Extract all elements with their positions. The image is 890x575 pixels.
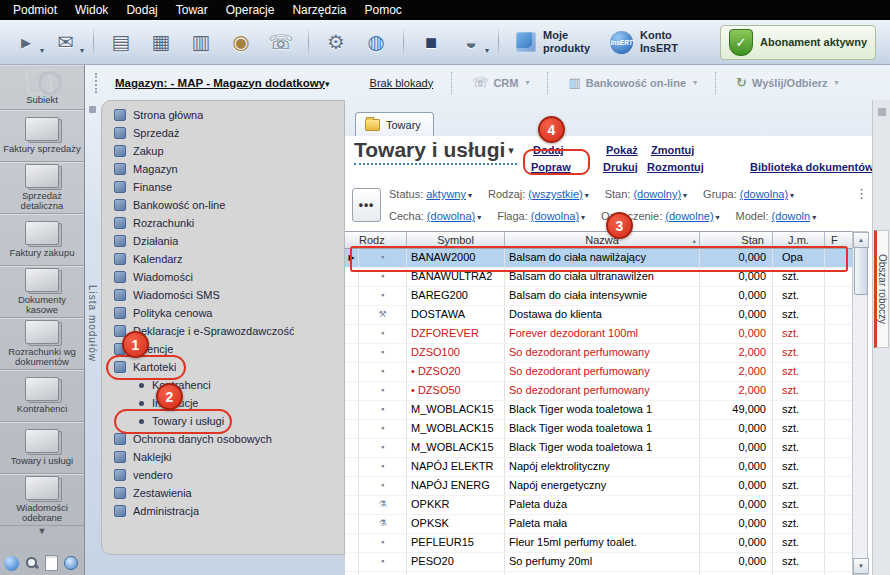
nav-tree-item[interactable]: Ochrona danych osobowych <box>102 430 344 448</box>
nav-tree-item[interactable]: Zestawienia <box>102 484 344 502</box>
bankowosc-dropdown[interactable]: Bankowość on-line <box>568 75 697 90</box>
table-row[interactable]: ▪ PESO20 So perfumy 20ml 0,000 szt. <box>345 553 852 572</box>
table-row[interactable]: ⚗ OPKKR Paleta duża 0,000 szt. <box>345 496 852 515</box>
obszar-roboczy-tab[interactable]: Obszar roboczy <box>874 230 889 348</box>
table-row[interactable]: ▪ M_WOBLACK15 Black Tiger woda toaletowa… <box>345 439 852 458</box>
abonament-button[interactable]: Abonament aktywny <box>720 25 876 60</box>
nav-tree-item[interactable]: Wiadomości <box>102 268 344 286</box>
moje-produkty-button[interactable]: Mojeprodukty <box>508 26 598 57</box>
utilities-button[interactable]: ◒ <box>453 25 489 59</box>
sales-invoices-button[interactable]: ▤ <box>103 25 139 59</box>
filter-dropdown[interactable]: Status:aktywny <box>389 188 472 200</box>
table-row[interactable]: ▪ DZFOREVER Forever dezodorant 100ml 0,0… <box>345 325 852 344</box>
table-row[interactable]: ⚒ DOSTAWA Dostawa do klienta 0,000 szt. <box>345 306 852 325</box>
mail-button[interactable]: ✉ <box>48 25 84 59</box>
sidebar-module-item[interactable]: Wiadomości odebrane <box>0 474 84 526</box>
grip-handle[interactable] <box>95 73 101 93</box>
brak-blokady-link[interactable]: Brak blokady <box>370 77 434 89</box>
dodaj-link[interactable]: Dodaj <box>533 144 564 156</box>
scrollbar-thumb[interactable] <box>854 247 868 295</box>
products-cube-button[interactable]: ■ <box>413 25 449 59</box>
table-row[interactable]: ▪ M_WOBLACK15 Black Tiger woda toaletowa… <box>345 401 852 420</box>
filter-value[interactable]: (dowoln <box>772 210 811 222</box>
menu-item[interactable]: Pomoc <box>355 0 410 20</box>
menu-item[interactable]: Widok <box>66 0 117 20</box>
column-header-f[interactable]: F <box>825 232 852 248</box>
nav-tree-item[interactable]: Naklejki <box>102 448 344 466</box>
sidebar-module-item[interactable]: Faktury zakupu <box>0 214 84 266</box>
filter-value[interactable]: (dowolny) <box>633 188 681 200</box>
sidebar-module-item[interactable]: Subiekt <box>0 65 84 110</box>
more-filters-button[interactable]: ••• <box>352 188 381 222</box>
nav-tree-item[interactable]: Licencje <box>102 340 344 358</box>
table-row[interactable]: ▪ NAPÓJ ELEKTR Napój elektrolityczny 0,0… <box>345 458 852 477</box>
menu-item[interactable]: Dodaj <box>117 0 166 20</box>
nav-tree-item[interactable]: Deklaracje i e-Sprawozdawczość <box>102 322 344 340</box>
crm-dropdown[interactable]: CRM <box>472 75 529 90</box>
purchase-invoices-button[interactable]: ▥ <box>183 25 219 59</box>
table-row[interactable]: ▪ BANAW2000 Balsam do ciała nawilżający … <box>345 249 852 268</box>
sidebar-module-item[interactable]: Kontrahenci <box>0 370 84 422</box>
nav-tree-item[interactable]: Rozrachunki <box>102 214 344 232</box>
nav-tree-item[interactable]: Towary i usługi <box>102 412 344 430</box>
nav-tree-item[interactable]: Administracja <box>102 502 344 520</box>
nav-tree-item[interactable]: vendero <box>102 466 344 484</box>
nav-tree-item[interactable]: Instytucje <box>102 394 344 412</box>
filter-value[interactable]: (dowolna) <box>740 188 788 200</box>
table-row[interactable]: ▪ BAREG200 Balsam do ciała intensywnie 0… <box>345 287 852 306</box>
filter-value[interactable]: (dowolne) <box>665 210 713 222</box>
nav-tree-item[interactable]: Polityka cenowa <box>102 304 344 322</box>
table-row[interactable]: ▪ DZSO20 So dezodorant perfumowany 2,000… <box>345 363 852 382</box>
table-row[interactable]: ▪ BANAWULTRA2 Balsam do ciała ultranawil… <box>345 268 852 287</box>
menu-item[interactable]: Narzędzia <box>283 0 355 20</box>
filter-dropdown[interactable]: Flaga:(dowolna) <box>497 210 585 222</box>
filter-dropdown[interactable]: Cecha:(dowolna) <box>389 210 481 222</box>
filter-dropdown[interactable]: Grupa:(dowolna) <box>703 188 794 200</box>
magazyn-selector[interactable]: Magazyn: - MAP - Magazyn dodatkowy <box>115 77 330 89</box>
nav-tree-item[interactable]: Kartoteki <box>102 358 344 376</box>
search-icon[interactable] <box>25 556 39 570</box>
filter-value[interactable]: aktywny <box>426 188 466 200</box>
nav-tree-item[interactable]: Wiadomości SMS <box>102 286 344 304</box>
menu-item[interactable]: Podmiot <box>4 0 66 20</box>
nav-tree-item[interactable]: Sprzedaż <box>102 124 344 142</box>
operations-button[interactable]: ⚙ <box>318 25 354 59</box>
chevron-down-icon[interactable] <box>0 526 84 540</box>
nav-tree-item[interactable]: Działania <box>102 232 344 250</box>
nav-tree-item[interactable]: Zakup <box>102 142 344 160</box>
column-header-rodz[interactable]: Rodz <box>345 232 407 248</box>
biblioteka-dokumentow-link[interactable]: Biblioteka dokumentów <box>750 161 873 173</box>
vertical-scrollbar[interactable] <box>852 231 868 575</box>
filter-value[interactable]: (dowolna) <box>427 210 475 222</box>
filter-value[interactable]: (dowolna) <box>531 210 579 222</box>
scroll-up-button[interactable] <box>853 232 869 248</box>
page-title[interactable]: Towary i usługi <box>354 138 517 165</box>
globe-icon[interactable] <box>64 556 78 570</box>
column-header-jm[interactable]: J.m. <box>773 232 825 248</box>
zmontuj-link[interactable]: Zmontuj <box>651 144 694 156</box>
scroll-down-button[interactable] <box>853 558 869 574</box>
menu-item[interactable]: Towar <box>167 0 217 20</box>
table-row[interactable]: ▪ DZSO50 So dezodorant perfumowany 2,000… <box>345 382 852 401</box>
drukuj-link[interactable]: Drukuj <box>603 161 638 173</box>
nav-tree-item[interactable]: Magazyn <box>102 160 344 178</box>
table-row[interactable]: ▪ DZSO100 So dezodorant perfumowany 2,00… <box>345 344 852 363</box>
nav-tree-item[interactable]: Kalendarz <box>102 250 344 268</box>
new-document-button[interactable]: ▸ <box>8 25 44 59</box>
pin-icon[interactable] <box>89 106 96 113</box>
nav-tree-item[interactable]: Bankowość on-line <box>102 196 344 214</box>
devices-button[interactable]: ☏ <box>263 25 299 59</box>
filter-dropdown[interactable]: Rodzaj:(wszystkie) <box>488 188 589 200</box>
popraw-link[interactable]: Popraw <box>531 161 571 173</box>
nav-tree-item[interactable]: Finanse <box>102 178 344 196</box>
column-header-stan[interactable]: Stan <box>700 232 773 248</box>
document-icon[interactable] <box>45 555 58 571</box>
sidebar-module-item[interactable]: Dokumenty kasowe <box>0 266 84 318</box>
tab-towary[interactable]: Towary <box>355 112 434 136</box>
column-header-symbol[interactable]: Symbol <box>407 232 505 248</box>
online-services-button[interactable]: ◍ <box>358 25 394 59</box>
sidebar-module-item[interactable]: Towary i usługi <box>0 422 84 474</box>
warehouse-documents-button[interactable]: ▦ <box>143 25 179 59</box>
nav-tree-item[interactable]: Kontrahenci <box>102 376 344 394</box>
sidebar-module-item[interactable]: Sprzedaż detaliczna <box>0 162 84 214</box>
